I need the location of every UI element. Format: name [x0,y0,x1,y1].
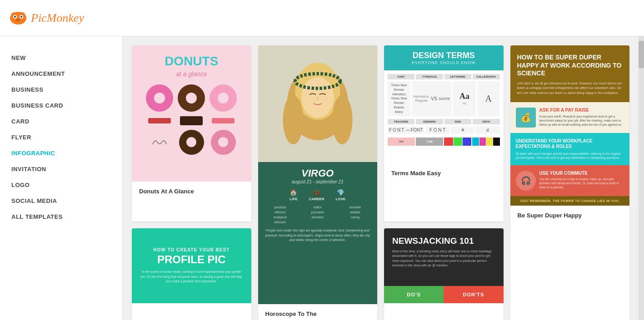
logo[interactable]: PicMonkey [9,9,84,27]
template-card-newsjacking[interactable]: NEWSJACKING 101 Most of the time, a tren… [384,228,504,320]
template-card-donuts[interactable]: DONUTS at a glance [132,45,251,222]
career-label: CAREER [309,197,324,201]
content-area: DONUTS at a glance [123,36,639,320]
commute-body: Use the commute as a way to unwind, catc… [539,177,624,189]
donuts-card-label: Donuts At A Glance [132,182,251,201]
design-terms-title: DESIGN TERMS [389,51,498,60]
profile-title: PROFILE PIC [157,254,226,265]
sidebar-item-card[interactable]: CARD [0,113,122,129]
template-card-virgo[interactable]: VIRGO august 21 - september 21 🏠 LIFE 💼 … [258,45,378,320]
picmonkey-logo-icon [9,9,27,27]
sidebar-item-new[interactable]: NEW [0,50,122,66]
happy-main-title: HOW TO BE SUPER DUPER HAPPY AT WORK ACCO… [517,54,623,78]
sidebar-item-social-media[interactable]: SOCIAL MEDIA [0,193,122,209]
donuts-subtitle: at a glance [176,70,207,78]
love-label: LOVE [335,197,345,201]
virgo-preview: VIRGO august 21 - september 21 🏠 LIFE 💼 … [258,45,378,304]
sidebar-item-infographic[interactable]: INFOGRAPHIC [0,145,122,161]
svg-point-5 [16,19,20,21]
template-card-happy[interactable]: HOW TO BE SUPER DUPER HAPPY AT WORK ACCO… [510,45,630,320]
sidebar-item-business-card[interactable]: BUSINESS CARD [0,98,122,113]
virgo-card-label: Horoscope To The [258,304,378,320]
happy-main-body: Let's face it, we all get stressed out a… [517,81,623,96]
svg-point-10 [283,95,303,144]
main-layout: NEW ANNOUNCEMENT BUSINESS BUSINESS CARD … [0,36,644,320]
sidebar: NEW ANNOUNCEMENT BUSINESS BUSINESS CARD … [0,36,123,320]
ask-raise-title: ASK FOR A PAY RAISE [539,108,624,113]
happy-preview: HOW TO BE SUPER DUPER HAPPY AT WORK ACCO… [510,45,630,206]
virgo-dates: august 21 - september 21 [292,179,344,184]
svg-point-4 [20,16,22,18]
commute-title: USE YOUR COMMUTE [539,171,624,176]
template-card-design-terms[interactable]: DESIGN TERMS EVERYONE SHOULD KNOW FONT T… [384,45,504,222]
newsjacking-preview: NEWSJACKING 101 Most of the time, a tren… [384,228,504,303]
happy-footer: JUST REMEMBER, THE POWER TO CHANGE LIES … [517,199,623,202]
scrollbar-thumb[interactable] [639,41,644,68]
donuts-preview: DONUTS at a glance [132,45,251,182]
ask-raise-body: Know your worth. Research your experienc… [539,114,624,127]
profile-pic-preview: HOW TO CREATE YOUR BEST PROFILE PIC In t… [132,228,251,303]
dos-label: DO'S [384,286,444,303]
life-label: LIFE [290,197,297,201]
sidebar-item-announcement[interactable]: ANNOUNCEMENT [0,66,122,82]
donts-label: DON'TS [444,286,503,303]
template-grid: DONUTS at a glance [132,45,629,320]
design-terms-card-label: Terms Made Easy [384,163,504,183]
sidebar-item-invitation[interactable]: INVITATION [0,161,122,177]
happy-card-label: Be Super Duper Happy [510,206,630,225]
understand-body: Sit down with your manager and list your… [516,152,624,160]
newsjacking-body: Most of the time, a trending news story … [392,249,495,268]
sidebar-item-logo[interactable]: LOGO [0,177,122,193]
virgo-sign: VIRGO [301,167,334,179]
profile-how-to: HOW TO CREATE YOUR BEST [153,247,230,252]
virgo-face-svg [277,58,359,149]
newsjacking-title: NEWSJACKING 101 [392,236,495,246]
sidebar-item-flyer[interactable]: FLYER [0,129,122,145]
template-card-profile-pic[interactable]: HOW TO CREATE YOUR BEST PROFILE PIC In t… [132,228,251,320]
sidebar-item-all-templates[interactable]: ALL TEMPLATES [0,209,122,225]
logo-text: PicMonkey [31,11,84,25]
sidebar-item-business[interactable]: BUSINESS [0,82,122,98]
design-terms-preview: DESIGN TERMS EVERYONE SHOULD KNOW FONT T… [384,45,504,163]
scrollbar[interactable] [639,36,644,320]
virgo-description: People born under this sign are typicall… [265,228,371,243]
design-terms-sub: EVERYONE SHOULD KNOW [389,60,498,65]
donuts-title: DONUTS [165,54,218,69]
profile-body: In the world of social media, nothing's … [141,270,242,284]
header: PicMonkey [0,0,644,36]
svg-point-3 [14,16,16,18]
understand-title: UNDERSTAND YOUR WORKPLACE EXPECTATIONS &… [516,138,624,149]
svg-point-11 [332,95,352,144]
